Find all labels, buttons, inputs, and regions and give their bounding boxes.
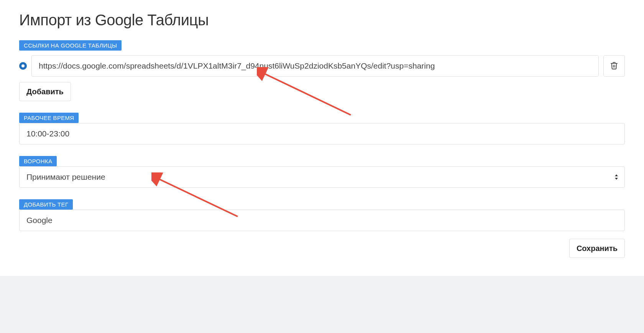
section-label-worktime: РАБОЧЕЕ ВРЕМЯ — [19, 113, 79, 123]
add-link-button[interactable]: Добавить — [19, 82, 71, 101]
svg-line-0 — [263, 73, 351, 115]
delete-link-button[interactable] — [603, 55, 625, 77]
section-label-funnel: ВОРОНКА — [19, 156, 57, 166]
work-time-input[interactable] — [19, 123, 625, 144]
trash-icon — [610, 61, 618, 71]
link-url-input[interactable] — [31, 55, 599, 77]
tag-input[interactable] — [19, 210, 625, 231]
save-button[interactable]: Сохранить — [569, 239, 625, 258]
section-label-links: ССЫЛКИ НА GOOGLE ТАБЛИЦЫ — [19, 40, 122, 51]
funnel-select[interactable] — [19, 166, 625, 188]
radio-selected-icon[interactable] — [19, 62, 27, 70]
link-row — [19, 55, 625, 77]
page-title: Импорт из Google Таблицы — [19, 11, 625, 29]
section-label-tag: ДОБАВИТЬ ТЕГ — [19, 199, 73, 210]
